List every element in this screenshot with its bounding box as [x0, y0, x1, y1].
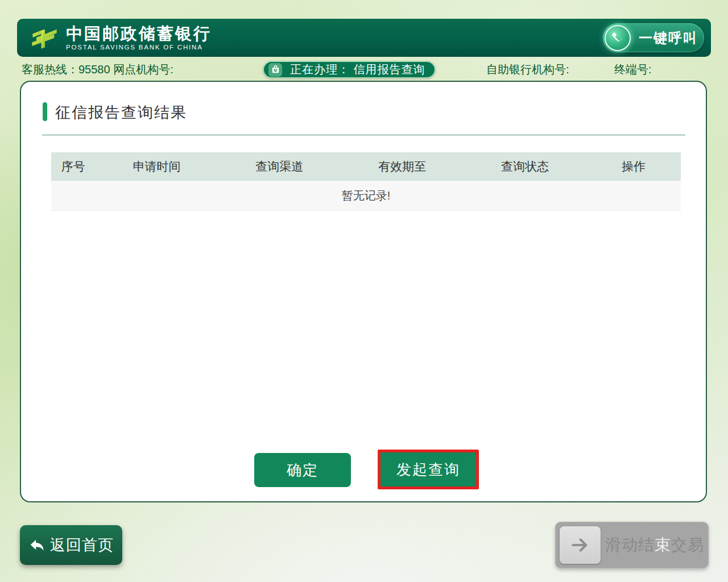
right-arrow-icon [569, 534, 591, 556]
initiate-query-button[interactable]: 发起查询 [378, 450, 479, 489]
table-empty-row: 暂无记录! [51, 181, 681, 211]
page-title: 征信报告查询结果 [55, 102, 187, 123]
table-header-row: 序号 申请时间 查询渠道 有效期至 查询状态 操作 [51, 152, 681, 181]
results-table: 序号 申请时间 查询渠道 有效期至 查询状态 操作 暂无记录! [51, 152, 681, 211]
col-header-apply-time: 申请时间 [95, 159, 218, 174]
confirm-button[interactable]: 确定 [254, 453, 351, 487]
phone-icon [605, 25, 631, 51]
postal-emblem-icon [30, 23, 59, 53]
terminal-code-label: 终端号: [614, 62, 652, 77]
col-header-status: 查询状态 [464, 159, 586, 174]
back-arrow-icon [28, 537, 46, 554]
col-header-channel: 查询渠道 [218, 159, 341, 174]
slider-handle[interactable] [560, 526, 601, 564]
title-accent-bar [43, 102, 47, 121]
bank-name-zh: 中国邮政储蓄银行 [66, 25, 212, 43]
processing-text: 正在办理： 信用报告查询 [290, 62, 425, 77]
empty-text: 暂无记录! [342, 188, 391, 203]
header-bar: 中国邮政储蓄银行 POSTAL SAVINGS BANK OF CHINA 一键… [17, 19, 711, 57]
slider-label: 滑动结束交易 [601, 534, 709, 556]
title-divider [42, 135, 685, 135]
processing-icon [268, 63, 282, 77]
one-key-call-button[interactable]: 一键呼叫 [603, 23, 704, 52]
info-bar: 客服热线：95580 网点机构号: 正在办理： 信用报告查询 自助银行机构号: … [17, 59, 711, 80]
bank-logo: 中国邮政储蓄银行 POSTAL SAVINGS BANK OF CHINA [30, 23, 212, 53]
end-transaction-slider[interactable]: 滑动结束交易 [555, 522, 709, 568]
self-bank-code-label: 自助银行机构号: [486, 62, 569, 77]
call-button-label: 一键呼叫 [639, 29, 698, 47]
col-header-seq: 序号 [51, 159, 95, 174]
back-home-label: 返回首页 [50, 535, 114, 555]
hotline-text: 客服热线：95580 网点机构号: [22, 62, 173, 77]
col-header-operation: 操作 [586, 159, 681, 174]
processing-status-badge: 正在办理： 信用报告查询 [263, 61, 436, 78]
bank-name-en: POSTAL SAVINGS BANK OF CHINA [66, 44, 212, 51]
back-home-button[interactable]: 返回首页 [20, 525, 122, 565]
main-card: 征信报告查询结果 序号 申请时间 查询渠道 有效期至 查询状态 操作 暂无记录!… [20, 81, 707, 502]
col-header-valid-until: 有效期至 [341, 159, 464, 174]
